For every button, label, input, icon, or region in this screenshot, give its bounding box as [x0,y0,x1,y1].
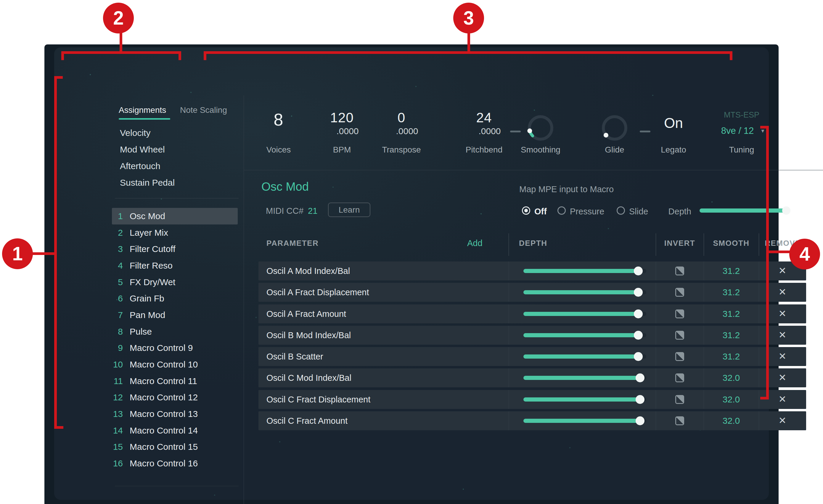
mpe-radio-slide[interactable] [617,206,625,215]
invert-icon[interactable] [675,416,684,425]
row-depth-slider[interactable] [523,376,646,380]
header-divider [509,233,509,256]
remove-icon[interactable]: ✕ [759,368,806,387]
row-smooth-value[interactable]: 32.0 [704,390,759,409]
remove-icon[interactable]: ✕ [759,304,806,323]
macro-label: Macro Control 9 [130,343,193,353]
mapping-source-item[interactable]: Mod Wheel [112,141,238,158]
row-smooth-value[interactable]: 31.2 [704,326,759,345]
invert-icon[interactable] [675,395,684,404]
row-depth-knob[interactable] [636,395,645,404]
row-smooth-value[interactable]: 31.2 [704,262,759,281]
row-depth-knob[interactable] [634,331,643,340]
row-depth-slider[interactable] [523,397,646,401]
topbar-param-value[interactable]: 0 .0000 [366,110,437,136]
mapping-source-item[interactable]: Sustain Pedal [112,174,238,191]
mpe-depth-slider-knob[interactable] [782,206,791,215]
add-parameter-button[interactable]: Add [467,238,483,248]
learn-button[interactable]: Learn [328,202,370,217]
tab-assignments[interactable]: Assignments [119,106,166,115]
invert-icon[interactable] [675,267,684,276]
remove-icon[interactable]: ✕ [759,283,806,302]
invert-icon[interactable] [675,373,684,382]
mapping-source-label: Mod Wheel [120,145,165,155]
invert-icon[interactable] [675,352,684,361]
remove-icon[interactable]: ✕ [759,326,806,345]
table-row: Oscil A Fract Displacement 31.2 ✕ [259,283,806,302]
chevron-down-icon[interactable]: ▼ [760,128,765,134]
row-smooth-value[interactable]: 31.2 [704,347,759,366]
topbar-param-value[interactable]: 8 [243,110,314,130]
row-smooth-value[interactable]: 32.0 [704,368,759,387]
mpe-radio-slide-label[interactable]: Slide [629,207,648,216]
macro-list-item[interactable]: 8 Pulse [112,323,238,340]
mts-esp-label: MTS-ESP [706,111,777,120]
mpe-depth-slider[interactable] [699,208,789,213]
param-value[interactable]: 24 [449,110,520,126]
midi-cc-value[interactable]: 21 [308,206,317,216]
row-depth-knob[interactable] [634,310,643,318]
callout-2-connector [120,31,122,54]
macro-list-item[interactable]: 1 Osc Mod [112,208,238,224]
param-value[interactable]: 8 [243,110,314,129]
macro-list-item[interactable]: 16 Macro Control 16 [112,455,238,472]
macro-label: Macro Control 16 [130,458,198,469]
row-smooth-value[interactable]: 32.0 [704,411,759,430]
legato-toggle[interactable]: On [638,115,709,131]
remove-icon[interactable]: ✕ [759,411,806,430]
row-depth-slider[interactable] [523,290,646,294]
macro-list-item[interactable]: 10 Macro Control 10 [112,356,238,373]
macro-number: 2 [112,228,123,238]
mapping-source-item[interactable]: Velocity [112,125,238,141]
invert-icon[interactable] [675,310,684,318]
mapping-source-item[interactable]: Aftertouch [112,158,238,174]
macro-list-item[interactable]: 2 Layer Mix [112,224,238,241]
row-smooth-value[interactable]: 31.2 [704,283,759,302]
row-smooth-value[interactable]: 31.2 [704,304,759,323]
param-value[interactable]: 0 [366,110,437,126]
callout-2-bracket-tick [178,51,181,60]
macro-list-item[interactable]: 6 Grain Fb [112,290,238,307]
tab-note-scaling[interactable]: Note Scaling [180,106,227,115]
macro-list-item[interactable]: 14 Macro Control 14 [112,422,238,439]
table-row: Oscil A Mod Index/Bal 31.2 ✕ [259,262,806,281]
app-window: Assignments Note Scaling VelocityMod Whe… [44,44,779,504]
row-depth-knob[interactable] [634,288,643,297]
macro-list-item[interactable]: 4 Filter Reso [112,257,238,274]
row-depth-slider[interactable] [523,312,646,316]
row-depth-slider[interactable] [523,354,646,359]
macro-list-item[interactable]: 5 FX Dry/Wet [112,274,238,291]
macro-number: 9 [112,343,123,353]
macro-list-item[interactable]: 15 Macro Control 15 [112,439,238,456]
invert-icon[interactable] [675,331,684,340]
remove-icon[interactable]: ✕ [759,347,806,366]
mpe-radio-off[interactable] [522,206,530,215]
mpe-radio-pressure-label[interactable]: Pressure [570,207,604,216]
macro-label: FX Dry/Wet [130,277,175,287]
glide-knob[interactable] [598,112,631,144]
row-depth-knob[interactable] [634,267,643,276]
macro-list-item[interactable]: 13 Macro Control 13 [112,406,238,422]
row-depth-knob[interactable] [634,352,643,361]
macro-list-item[interactable]: 7 Pan Mod [112,307,238,323]
row-depth-slider[interactable] [523,419,646,423]
smoothing-knob[interactable] [524,112,557,144]
row-parameter-name: Oscil C Fract Displacement [267,390,370,409]
row-depth-fill [523,354,638,359]
macro-list-item[interactable]: 12 Macro Control 12 [112,389,238,406]
col-header-smooth: SMOOTH [704,239,758,248]
row-parameter-name: Oscil C Mod Index/Bal [267,368,351,387]
mpe-radio-pressure[interactable] [557,206,566,215]
legato-label: Legato [635,145,712,155]
macro-list-item[interactable]: 11 Macro Control 11 [112,373,238,389]
row-depth-slider[interactable] [523,333,646,337]
invert-icon[interactable] [675,288,684,297]
row-depth-slider[interactable] [523,269,646,273]
topbar-param-value[interactable]: 24 .0000 [449,110,520,136]
macro-list-item[interactable]: 9 Macro Control 9 [112,340,238,356]
mpe-radio-off-label[interactable]: Off [534,207,547,216]
row-depth-knob[interactable] [636,373,645,382]
assignment-table: Oscil A Mod Index/Bal 31.2 ✕ Oscil A Fra… [259,262,806,433]
row-depth-knob[interactable] [636,416,645,425]
macro-list-item[interactable]: 3 Filter Cutoff [112,241,238,257]
